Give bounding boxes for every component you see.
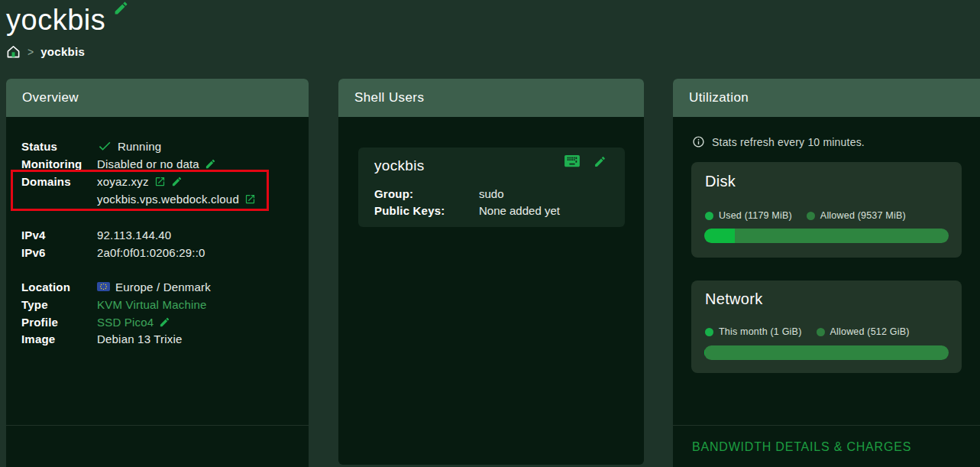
- location-value: Europe / Denmark: [115, 281, 211, 293]
- shell-user-name: yockbis: [374, 157, 424, 174]
- profile-row: Profile SSD Pico4: [21, 315, 298, 329]
- disk-progress-used: [704, 229, 735, 243]
- image-row: Image Debian 13 Trixie: [21, 332, 298, 345]
- shell-users-card: Shell Users yockbis Group: sudo Public K…: [338, 79, 644, 465]
- utilization-footer: BANDWIDTH DETAILS & CHARGES: [673, 425, 980, 467]
- edit-monitoring-icon[interactable]: [205, 158, 216, 170]
- breadcrumb: > yockbis: [6, 44, 85, 59]
- domains-label: Domains: [21, 175, 97, 188]
- edit-server-name-icon[interactable]: [113, 0, 129, 16]
- image-value: Debian 13 Trixie: [97, 332, 183, 345]
- breadcrumb-separator: >: [27, 46, 34, 58]
- check-icon: [97, 138, 112, 154]
- legend-item-allowed: Allowed (9537 MiB): [807, 210, 906, 221]
- type-link[interactable]: KVM Virtual Machine: [97, 298, 207, 311]
- allowed-dot-icon: [807, 212, 815, 220]
- disk-title: Disk: [705, 173, 736, 190]
- domains-row: Domains xoyaz.xyz: [21, 174, 298, 188]
- info-icon: [692, 135, 705, 148]
- ipv4-row: IPv4 92.113.144.40: [21, 228, 298, 242]
- disk-progress-bar: [704, 229, 949, 243]
- home-icon[interactable]: [6, 44, 21, 59]
- ipv4-value: 92.113.144.40: [97, 229, 171, 242]
- group-row: Group: sudo: [374, 187, 504, 200]
- utilization-card-header: Utilization: [673, 79, 980, 117]
- stats-note-row: Stats refresh every 10 minutes.: [692, 135, 865, 148]
- location-row: Location Europe / Denmark: [21, 280, 298, 293]
- eu-flag-icon: [97, 282, 110, 291]
- public-keys-label: Public Keys:: [374, 204, 479, 217]
- page-title: yockbis: [6, 4, 105, 37]
- group-label: Group:: [374, 187, 479, 200]
- status-row: Status Running: [21, 139, 298, 153]
- type-row: Type KVM Virtual Machine: [21, 297, 298, 311]
- profile-label: Profile: [21, 316, 97, 329]
- legend-item-allowed: Allowed (512 GiB): [817, 326, 910, 337]
- ipv4-label: IPv4: [21, 229, 97, 242]
- image-label: Image: [21, 332, 97, 345]
- monitoring-row: Monitoring Disabled or no data: [21, 157, 298, 170]
- status-label: Status: [21, 140, 97, 153]
- monitoring-value: Disabled or no data: [97, 157, 199, 170]
- edit-user-icon[interactable]: [593, 155, 606, 168]
- page-header: yockbis: [6, 0, 129, 37]
- legend-item-used: Used (1179 MiB): [705, 210, 792, 221]
- used-dot-icon: [705, 212, 713, 220]
- utilization-card-title: Utilization: [689, 90, 749, 105]
- network-used-label: This month (1 GiB): [719, 326, 802, 337]
- keyboard-icon[interactable]: [564, 154, 581, 168]
- external-link-icon[interactable]: [244, 193, 256, 205]
- domains-row-secondary: yockbis.vps.webdock.cloud: [21, 192, 298, 206]
- overview-card-title: Overview: [22, 90, 79, 105]
- network-progress-used: [704, 345, 705, 360]
- disk-panel: Disk Used (1179 MiB) Allowed (9537 MiB): [691, 162, 962, 258]
- disk-used-label: Used (1179 MiB): [719, 210, 792, 221]
- location-label: Location: [21, 281, 97, 293]
- status-value: Running: [118, 140, 161, 153]
- shell-users-card-header: Shell Users: [338, 79, 644, 117]
- public-keys-row: Public Keys: None added yet: [374, 204, 560, 217]
- shell-users-card-title: Shell Users: [354, 90, 424, 105]
- type-label: Type: [21, 298, 97, 311]
- utilization-card: Utilization Stats refresh every 10 minut…: [673, 79, 980, 467]
- network-title: Network: [705, 290, 762, 308]
- shell-user-panel: yockbis Group: sudo Public Keys: None ad…: [358, 148, 625, 227]
- disk-legend: Used (1179 MiB) Allowed (9537 MiB): [705, 210, 906, 221]
- ipv6-value: 2a0f:0f01:0206:29::0: [97, 246, 205, 259]
- profile-link[interactable]: SSD Pico4: [97, 316, 154, 329]
- network-progress-bar: [704, 345, 949, 360]
- domain-primary: xoyaz.xyz: [97, 175, 149, 188]
- legend-item-used: This month (1 GiB): [705, 326, 802, 337]
- external-link-icon[interactable]: [154, 176, 166, 187]
- edit-domains-icon[interactable]: [171, 176, 183, 187]
- breadcrumb-current: yockbis: [40, 45, 85, 58]
- network-legend: This month (1 GiB) Allowed (512 GiB): [705, 326, 910, 337]
- overview-card-header: Overview: [6, 79, 309, 117]
- monitoring-label: Monitoring: [21, 157, 97, 170]
- allowed-dot-icon: [817, 328, 825, 336]
- overview-card: Overview Status Running Monitoring Disab…: [6, 79, 309, 467]
- ipv6-row: IPv6 2a0f:0f01:0206:29::0: [21, 245, 298, 259]
- group-value: sudo: [479, 187, 504, 200]
- domain-secondary: yockbis.vps.webdock.cloud: [97, 193, 239, 206]
- disk-allowed-label: Allowed (9537 MiB): [820, 210, 906, 221]
- public-keys-value: None added yet: [479, 204, 560, 217]
- used-dot-icon: [705, 328, 713, 336]
- network-panel: Network This month (1 GiB) Allowed (512 …: [691, 281, 962, 373]
- network-allowed-label: Allowed (512 GiB): [830, 326, 910, 337]
- overview-actions: [6, 425, 309, 467]
- bandwidth-details-link[interactable]: BANDWIDTH DETAILS & CHARGES: [692, 440, 911, 454]
- edit-profile-icon[interactable]: [159, 316, 170, 328]
- ipv6-label: IPv6: [21, 246, 97, 259]
- stats-note: Stats refresh every 10 minutes.: [712, 136, 865, 148]
